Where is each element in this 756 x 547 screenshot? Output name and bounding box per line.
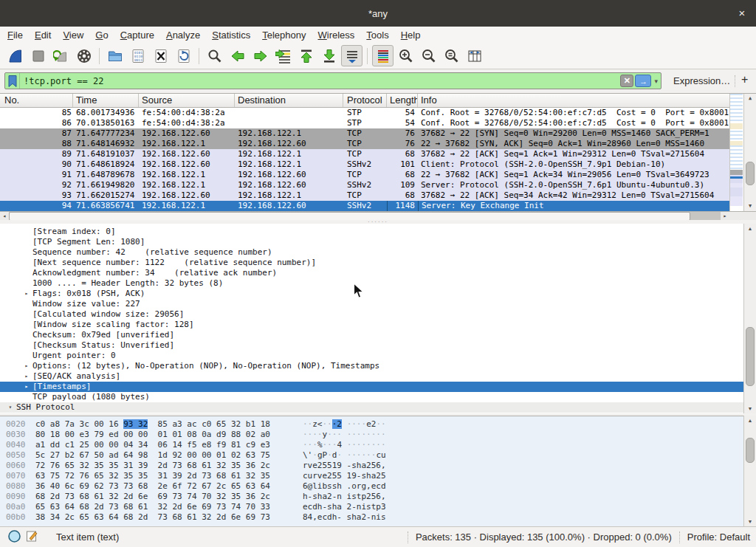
menu-telephony[interactable]: Telephony — [256, 28, 312, 42]
scrollbar-thumb[interactable] — [746, 438, 755, 463]
stop-capture-button[interactable] — [27, 45, 49, 66]
close-button[interactable]: × — [735, 7, 749, 20]
packet-row-91[interactable]: 9171.648789678192.168.122.1192.168.122.6… — [0, 170, 729, 180]
capture-comment-icon[interactable] — [26, 529, 38, 545]
ascii-bytes[interactable]: ···%···4 ········ — [303, 440, 386, 450]
ascii-bytes[interactable]: h-sha2-n istp256, — [303, 492, 386, 502]
packet-row-89[interactable]: 8971.648191037192.168.122.60192.168.122.… — [0, 149, 729, 159]
display-filter-input[interactable]: !tcp.port == 22 ✕ → ▾ — [4, 72, 662, 89]
go-first-packet-button[interactable] — [295, 45, 317, 66]
hex-bytes[interactable]: 80 18 00 e3 79 ed 00 00 01 01 08 0a d9 8… — [35, 430, 270, 440]
intelligent-scrollbar-minimap[interactable] — [729, 94, 743, 211]
open-file-button[interactable] — [104, 45, 126, 66]
detail-line[interactable]: Checksum: 0x79ed [unverified] — [0, 330, 743, 340]
column-header-length[interactable]: Length — [387, 94, 418, 107]
menu-help[interactable]: Help — [395, 28, 427, 42]
profile-button[interactable]: Profile: Default — [687, 531, 756, 543]
scroll-down-icon[interactable]: ▼ — [744, 404, 756, 413]
detail-line[interactable]: [Stream index: 0] — [0, 227, 743, 237]
scrollbar-thumb[interactable] — [746, 327, 755, 386]
find-packet-button[interactable] — [204, 45, 225, 66]
menu-wireless[interactable]: Wireless — [312, 28, 361, 42]
hex-bytes[interactable]: a1 dd c1 25 00 00 04 34 06 14 f5 e8 f9 8… — [35, 440, 270, 450]
detail-line[interactable]: Sequence number: 42 (relative sequence n… — [0, 247, 743, 258]
go-to-packet-button[interactable] — [272, 45, 294, 66]
hex-bytes[interactable]: 72 76 65 32 35 35 31 39 2d 73 68 61 32 3… — [35, 461, 270, 471]
colorize-toggle-button[interactable] — [372, 45, 394, 66]
scroll-down-icon[interactable]: ▼ — [744, 202, 756, 211]
start-capture-button[interactable] — [4, 45, 26, 66]
go-back-button[interactable] — [227, 45, 248, 66]
ascii-bytes[interactable]: 6@libssh .org,ecd — [303, 481, 386, 492]
hex-bytes[interactable]: 68 2d 73 68 61 32 2d 6e 69 73 74 70 32 3… — [35, 492, 270, 502]
menu-view[interactable]: View — [57, 28, 89, 42]
detail-line[interactable]: TCP payload (1080 bytes) — [0, 392, 743, 402]
packet-row-88[interactable]: 8871.648146932192.168.122.1192.168.122.6… — [0, 139, 729, 149]
menu-edit[interactable]: Edit — [29, 28, 57, 42]
ascii-bytes[interactable]: 84,ecdh- sha2-nis — [303, 512, 386, 523]
scroll-down-icon[interactable]: ▼ — [744, 517, 756, 526]
zoom-reset-button[interactable] — [441, 45, 462, 66]
packet-row-87[interactable]: 8771.647777234192.168.122.60192.168.122.… — [0, 128, 729, 139]
detail-line[interactable]: [TCP Segment Len: 1080] — [0, 237, 743, 247]
zoom-in-button[interactable] — [395, 45, 416, 66]
collapsed-arrow-icon[interactable]: ▸ — [21, 371, 32, 382]
column-header-info[interactable]: Info — [418, 94, 729, 107]
detail-line[interactable]: [Next sequence number: 1122 (relative se… — [0, 258, 743, 268]
restart-capture-button[interactable] — [50, 45, 72, 66]
column-header-no[interactable]: No. — [0, 94, 73, 107]
collapsed-arrow-icon[interactable]: ▸ — [21, 382, 32, 392]
hex-bytes[interactable]: 65 63 64 68 2d 73 68 61 32 2d 6e 69 73 7… — [35, 502, 270, 512]
detail-line[interactable]: ▸Flags: 0x018 (PSH, ACK) — [0, 289, 743, 299]
close-file-button[interactable] — [150, 45, 171, 66]
ascii-bytes[interactable]: ··z<···2 ····e2·· — [303, 419, 386, 430]
column-header-protocol[interactable]: Protocol — [343, 94, 387, 107]
menu-tools[interactable]: Tools — [360, 28, 394, 42]
packet-row-94[interactable]: 9471.663856741192.168.122.1192.168.122.6… — [0, 201, 729, 211]
ascii-bytes[interactable]: curve255 19-sha25 — [303, 471, 386, 481]
add-filter-button[interactable]: + — [741, 73, 748, 86]
detail-line[interactable]: ▸[Timestamps] — [0, 382, 743, 392]
expression-button[interactable]: Expression… — [673, 75, 730, 86]
resize-columns-button[interactable] — [464, 45, 485, 66]
scroll-up-icon[interactable]: ▲ — [744, 94, 756, 103]
scrollbar-thumb[interactable] — [746, 162, 755, 185]
packet-row-93[interactable]: 9371.662015274192.168.122.60192.168.122.… — [0, 190, 729, 201]
packet-row-86[interactable]: 8670.013850163fe:54:00:d4:38:2aSTP54Conf… — [0, 118, 729, 128]
auto-scroll-toggle-button[interactable] — [341, 45, 362, 66]
detail-line[interactable]: [Calculated window size: 29056] — [0, 309, 743, 320]
expanded-arrow-icon[interactable]: ▾ — [4, 402, 16, 413]
column-header-time[interactable]: Time — [73, 94, 139, 107]
ascii-bytes[interactable]: ····y··· ········ — [303, 430, 386, 440]
ascii-bytes[interactable]: rve25519 -sha256, — [303, 461, 386, 471]
zoom-out-button[interactable] — [418, 45, 439, 66]
filter-history-dropdown-icon[interactable]: ▾ — [653, 78, 661, 85]
column-header-destination[interactable]: Destination — [235, 94, 343, 107]
menu-go[interactable]: Go — [89, 28, 114, 42]
detail-line[interactable]: Acknowledgment number: 34 (relative ack … — [0, 268, 743, 278]
details-vertical-scrollbar[interactable]: ▲ ▼ — [743, 224, 756, 413]
detail-line[interactable]: [Window size scaling factor: 128] — [0, 320, 743, 330]
detail-line[interactable]: [Checksum Status: Unverified] — [0, 340, 743, 351]
collapsed-arrow-icon[interactable]: ▸ — [21, 289, 32, 299]
reload-file-button[interactable] — [173, 45, 194, 66]
detail-line[interactable]: 1000 .... = Header Length: 32 bytes (8) — [0, 278, 743, 289]
filter-text[interactable]: !tcp.port == 22 — [20, 76, 620, 86]
menu-capture[interactable]: Capture — [114, 28, 160, 42]
packet-row-90[interactable]: 9071.648618924192.168.122.60192.168.122.… — [0, 159, 729, 170]
hex-bytes[interactable]: 63 75 72 76 65 32 35 35 31 39 2d 73 68 6… — [35, 471, 270, 481]
expert-info-icon[interactable] — [7, 529, 21, 546]
detail-line[interactable]: ▾SSH Protocol — [0, 402, 743, 413]
hex-bytes[interactable]: c0 a8 7a 3c 00 16 93 32 85 a3 ac c0 65 3… — [35, 419, 270, 430]
detail-line[interactable]: ▸Options: (12 bytes), No-Operation (NOP)… — [0, 361, 743, 371]
packet-list-vertical-scrollbar[interactable]: ▲ ▼ — [743, 94, 756, 211]
menu-analyze[interactable]: Analyze — [160, 28, 206, 42]
go-forward-button[interactable] — [250, 45, 271, 66]
ascii-bytes[interactable]: \'·gP·d· ······cu — [303, 450, 386, 461]
hex-bytes[interactable]: 38 34 2c 65 63 64 68 2d 73 68 61 32 2d 6… — [35, 512, 270, 523]
go-last-packet-button[interactable] — [318, 45, 340, 66]
collapsed-arrow-icon[interactable]: ▸ — [21, 361, 32, 371]
capture-options-button[interactable] — [73, 45, 94, 66]
packet-row-92[interactable]: 9271.661949820192.168.122.1192.168.122.6… — [0, 180, 729, 190]
packet-row-85[interactable]: 8568.001734936fe:54:00:d4:38:2aSTP54Conf… — [0, 108, 729, 118]
